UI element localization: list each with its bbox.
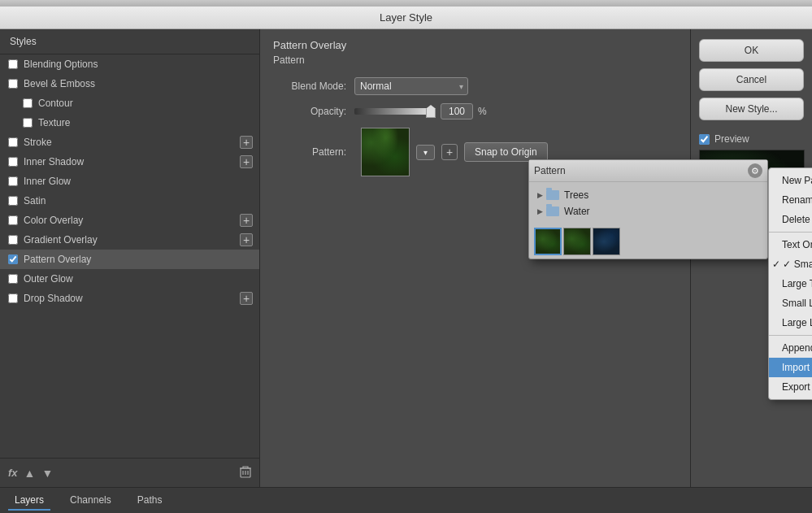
ctx-item-append-default[interactable]: Append Default Patterns... (769, 338, 812, 358)
trees-folder-label: Trees (564, 189, 588, 201)
delete-style-button[interactable] (240, 465, 251, 480)
sidebar-item-checkbox-gradient-overlay[interactable] (8, 235, 18, 245)
blend-mode-label: Blend Mode: (273, 80, 346, 92)
pattern-picker-header: Pattern ⚙ (529, 160, 767, 182)
sidebar-item-contour[interactable]: Contour (0, 93, 259, 113)
sidebar-item-checkbox-bevel-emboss[interactable] (8, 79, 18, 89)
sidebar-item-plus-stroke[interactable]: + (240, 136, 253, 149)
pattern-thumb-1[interactable] (534, 228, 562, 255)
left-panel-footer: fx ▲ ▼ (0, 458, 259, 487)
top-bar (0, 0, 812, 7)
blend-mode-select-wrapper: Normal Dissolve Multiply Screen Overlay (354, 77, 468, 95)
ctx-item-large-list[interactable]: Large List (769, 313, 812, 333)
preview-checkbox[interactable] (699, 134, 710, 145)
sidebar-item-checkbox-satin[interactable] (8, 196, 18, 206)
sidebar-item-label-inner-glow: Inner Glow (24, 176, 71, 187)
sidebar-item-checkbox-contour[interactable] (23, 98, 33, 108)
ok-button[interactable]: OK (699, 39, 804, 62)
ctx-item-delete-pattern[interactable]: Delete Pattern... (769, 210, 812, 229)
sidebar-item-checkbox-color-overlay[interactable] (8, 215, 18, 225)
move-down-button[interactable]: ▼ (41, 467, 53, 480)
blend-mode-row: Blend Mode: Normal Dissolve Multiply Scr… (273, 77, 677, 95)
sidebar-item-drop-shadow[interactable]: Drop Shadow+ (0, 289, 259, 308)
pattern-add-button[interactable]: + (441, 144, 458, 160)
opacity-value-input[interactable] (441, 103, 473, 120)
pattern-thumb-3[interactable] (593, 228, 620, 255)
window-title: Layer Style (380, 11, 432, 24)
sidebar-item-checkbox-drop-shadow[interactable] (8, 293, 18, 303)
blend-mode-select[interactable]: Normal Dissolve Multiply Screen Overlay (354, 77, 468, 95)
sidebar-item-label-inner-shadow: Inner Shadow (24, 156, 84, 167)
layer-items-list: Blending OptionsBevel & EmbossContourTex… (0, 54, 259, 308)
sidebar-item-plus-inner-shadow[interactable]: + (240, 155, 253, 168)
ctx-item-rename-pattern[interactable]: Rename Pattern... (769, 190, 812, 210)
sidebar-item-bevel-emboss[interactable]: Bevel & Emboss (0, 74, 259, 93)
pattern-select-arrow[interactable]: ▾ (416, 145, 435, 160)
trees-folder[interactable]: ▶ Trees (532, 187, 764, 203)
sidebar-item-label-drop-shadow: Drop Shadow (24, 293, 83, 304)
sidebar-item-satin[interactable]: Satin (0, 191, 259, 211)
title-bar: Layer Style (0, 7, 812, 29)
sidebar-item-label-blending-options: Blending Options (24, 59, 98, 70)
sidebar-item-label-gradient-overlay: Gradient Overlay (24, 234, 98, 246)
ctx-item-large-thumbnail[interactable]: Large Thumbnail (769, 274, 812, 293)
sidebar-item-plus-drop-shadow[interactable]: + (240, 292, 253, 305)
pattern-thumb-2[interactable] (563, 228, 591, 255)
pattern-folder-list: ▶ Trees ▶ Water (529, 182, 767, 224)
pattern-thumb-2-inner (564, 228, 590, 254)
opacity-slider[interactable] (354, 108, 436, 115)
sidebar-item-plus-color-overlay[interactable]: + (240, 214, 253, 227)
bottom-tab-paths[interactable]: Paths (131, 491, 169, 511)
sidebar-item-label-satin: Satin (24, 195, 46, 207)
ctx-item-small-list[interactable]: Small List (769, 293, 812, 313)
panel-subtitle: Pattern (273, 54, 677, 66)
ctx-item-export-selected[interactable]: Export Selected Patterns... (769, 377, 812, 397)
trees-folder-icon (546, 190, 559, 200)
sidebar-item-checkbox-stroke[interactable] (8, 137, 18, 147)
ctx-item-small-thumbnail[interactable]: ✓ Small Thumbnail (769, 254, 812, 274)
sidebar-item-pattern-overlay[interactable]: Pattern Overlay (0, 250, 259, 269)
sidebar-item-texture[interactable]: Texture (0, 113, 259, 133)
sidebar-item-outer-glow[interactable]: Outer Glow (0, 269, 259, 289)
preview-label-text: Preview (714, 133, 749, 145)
sidebar-item-checkbox-inner-glow[interactable] (8, 176, 18, 186)
ctx-item-text-only[interactable]: Text Only (769, 235, 812, 254)
water-chevron: ▶ (537, 207, 543, 215)
picker-gear-button[interactable]: ⚙ (748, 163, 762, 178)
panel-title: Pattern Overlay (273, 39, 677, 51)
pattern-thumbnails (529, 224, 767, 259)
water-folder[interactable]: ▶ Water (532, 203, 764, 220)
bottom-bar: LayersChannelsPaths (0, 487, 812, 513)
opacity-controls: % (354, 103, 487, 120)
sidebar-item-stroke[interactable]: Stroke+ (0, 133, 259, 152)
sidebar-item-blending-options[interactable]: Blending Options (0, 54, 259, 74)
context-menu: New Pattern...Rename Pattern...Delete Pa… (768, 167, 812, 400)
sidebar-item-gradient-overlay[interactable]: Gradient Overlay+ (0, 230, 259, 250)
water-folder-label: Water (564, 206, 590, 217)
pattern-preview-inner (362, 128, 409, 176)
move-up-button[interactable]: ▲ (24, 467, 36, 480)
trees-chevron: ▶ (537, 191, 543, 199)
sidebar-item-label-texture: Texture (38, 117, 70, 128)
sidebar-item-inner-glow[interactable]: Inner Glow (0, 172, 259, 191)
sidebar-item-checkbox-outer-glow[interactable] (8, 274, 18, 284)
sidebar-item-color-overlay[interactable]: Color Overlay+ (0, 211, 259, 230)
left-panel: Styles Blending OptionsBevel & EmbossCon… (0, 29, 260, 487)
sidebar-item-checkbox-blending-options[interactable] (8, 59, 18, 69)
bottom-tab-layers[interactable]: Layers (8, 491, 50, 511)
cancel-button[interactable]: Cancel (699, 68, 804, 91)
sidebar-item-plus-gradient-overlay[interactable]: + (240, 233, 253, 246)
sidebar-item-checkbox-pattern-overlay[interactable] (8, 254, 18, 264)
sidebar-item-checkbox-inner-shadow[interactable] (8, 157, 18, 167)
sidebar-item-inner-shadow[interactable]: Inner Shadow+ (0, 152, 259, 172)
pattern-thumb-1-inner (536, 229, 560, 254)
opacity-label: Opacity: (273, 106, 346, 117)
sidebar-item-checkbox-texture[interactable] (23, 118, 33, 128)
new-style-button[interactable]: New Style... (699, 98, 804, 120)
ctx-item-new-pattern[interactable]: New Pattern... (769, 171, 812, 190)
pattern-preview[interactable] (361, 128, 410, 176)
ctx-separator-sep1 (769, 232, 812, 233)
preview-label-row: Preview (699, 133, 804, 145)
ctx-item-import-patterns[interactable]: Import Patterns... (769, 358, 812, 377)
bottom-tab-channels[interactable]: Channels (63, 491, 118, 511)
